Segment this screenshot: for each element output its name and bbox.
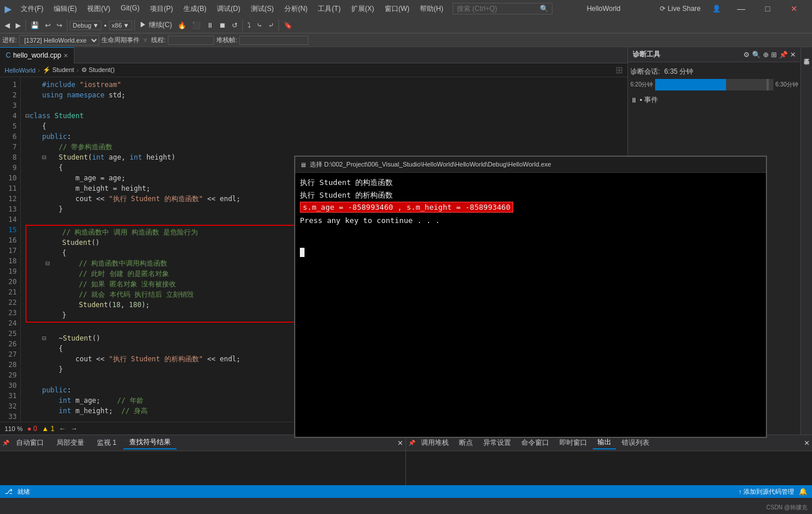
toolbar-debug-1[interactable]: ⬛ bbox=[190, 20, 203, 31]
close-button[interactable]: ✕ bbox=[781, 0, 807, 17]
line-num: 12 bbox=[0, 194, 17, 204]
step-over[interactable]: ⤵ bbox=[245, 20, 253, 31]
toolbar-back[interactable]: ◀ bbox=[2, 20, 12, 31]
editor-expand-icon[interactable]: ⊞ bbox=[615, 65, 623, 75]
search-diag-icon[interactable]: 🔍 bbox=[752, 51, 761, 59]
more-icon[interactable]: ⊞ bbox=[771, 51, 777, 59]
search-icon: 🔍 bbox=[540, 5, 548, 13]
tab-close-button[interactable]: ✕ bbox=[63, 52, 68, 59]
toolbar-undo[interactable]: ↩ bbox=[43, 20, 53, 31]
bottom-tab-locals[interactable]: 局部变量 bbox=[51, 437, 90, 449]
console-window-icon: 🖥 bbox=[300, 161, 306, 168]
close-diag-icon[interactable]: ✕ bbox=[790, 51, 796, 59]
notification-icon[interactable]: 🔔 bbox=[799, 487, 807, 496]
hot-reload-icon[interactable]: 🔥 bbox=[175, 20, 189, 31]
zoom-in-icon[interactable]: ⊕ bbox=[763, 51, 769, 59]
platform-dropdown[interactable]: x86 ▼ bbox=[109, 21, 133, 30]
toolbar-restart[interactable]: ↺ bbox=[230, 20, 240, 31]
thread-input[interactable] bbox=[168, 36, 214, 45]
diagnostics-header: 诊断工具 ⚙ 🔍 ⊕ ⊞ 📌 ✕ bbox=[628, 47, 800, 62]
menu-analyze[interactable]: 分析(N) bbox=[280, 3, 313, 15]
timeline-bar bbox=[655, 79, 773, 90]
settings-icon[interactable]: ⚙ bbox=[743, 51, 750, 59]
restore-button[interactable]: □ bbox=[754, 0, 781, 17]
process-label: 进程: bbox=[2, 36, 17, 44]
bottom-tab-errorlist[interactable]: 错误列表 bbox=[617, 437, 654, 449]
line-num: 23 bbox=[0, 308, 17, 318]
chevron-down-icon: ▼ bbox=[92, 22, 99, 29]
debug-config-dropdown[interactable]: Debug ▼ bbox=[70, 21, 102, 30]
bottom-right-content bbox=[406, 451, 812, 485]
bottom-tab-exceptions[interactable]: 异常设置 bbox=[479, 437, 516, 449]
breadcrumb-sep-1: › bbox=[38, 66, 40, 74]
tab-hello-world-cpp[interactable]: C hello_world.cpp ✕ bbox=[0, 47, 74, 63]
status-bar: ⎇ 就绪 ↑ 添加到源代码管理 🔔 bbox=[0, 485, 812, 498]
bottom-area: 📌 自动窗口 局部变量 监视 1 查找符号结果 ✕ 📌 调用堆栈 断点 异常设置 bbox=[0, 434, 812, 485]
pin-icon[interactable]: 📌 bbox=[779, 51, 788, 59]
menu-help[interactable]: 帮助(H) bbox=[415, 3, 448, 15]
process-select[interactable]: [1372] HelloWorld.exe bbox=[19, 35, 99, 46]
separator-3 bbox=[134, 20, 135, 31]
right-tab-1[interactable]: 诊断工具 bbox=[802, 50, 812, 59]
toolbar-debug-3[interactable]: ⏹ bbox=[217, 20, 228, 31]
line-num: 15 bbox=[0, 225, 17, 235]
toolbar-debug-2[interactable]: ⏸ bbox=[204, 20, 216, 31]
bottom-tab-immediate[interactable]: 即时窗口 bbox=[555, 437, 592, 449]
search-input[interactable] bbox=[457, 5, 537, 13]
step-out[interactable]: ⤶ bbox=[266, 20, 276, 31]
step-into[interactable]: ⤷ bbox=[254, 20, 265, 31]
add-source-control[interactable]: ↑ 添加到源代码管理 bbox=[738, 487, 794, 496]
bottom-tab-command[interactable]: 命令窗口 bbox=[517, 437, 554, 449]
line-num: 17 bbox=[0, 245, 17, 256]
profile-icon[interactable]: 👤 bbox=[710, 5, 723, 13]
bottom-right-close[interactable]: ✕ bbox=[804, 439, 810, 447]
bottom-tab-breakpoints[interactable]: 断点 bbox=[454, 437, 478, 449]
menu-view[interactable]: 视图(V) bbox=[82, 3, 115, 15]
menu-git[interactable]: Git(G) bbox=[116, 3, 144, 15]
menu-file[interactable]: 文件(F) bbox=[16, 3, 48, 15]
line-num: 19 bbox=[0, 266, 17, 277]
menu-test[interactable]: 测试(S) bbox=[246, 3, 279, 15]
line-num: 3 bbox=[0, 100, 17, 111]
console-body[interactable]: 执行 Student 的构造函数 执行 Student 的析构函数 s.m_ag… bbox=[295, 173, 766, 437]
toolbar-forward[interactable]: ▶ bbox=[13, 20, 23, 31]
console-line-4: Press any key to continue . . . bbox=[300, 216, 761, 225]
minimize-button[interactable]: — bbox=[728, 0, 754, 17]
code-line-3 bbox=[25, 100, 623, 111]
line-num: 5 bbox=[0, 121, 17, 131]
bottom-tab-output[interactable]: 输出 bbox=[593, 436, 616, 449]
toolbar-save[interactable]: 💾 bbox=[28, 20, 42, 31]
line-num: 32 bbox=[0, 401, 17, 411]
bottom-right-pin-icon: 📌 bbox=[408, 440, 415, 446]
continue-button[interactable]: ▶ 继续(C) bbox=[137, 19, 174, 31]
bottom-right-panel: 📌 调用堆栈 断点 异常设置 命令窗口 即时窗口 输出 错误列表 ✕ bbox=[406, 435, 812, 485]
line-num: 30 bbox=[0, 380, 17, 391]
stack-input[interactable] bbox=[239, 36, 309, 45]
nav-forward-button[interactable]: → bbox=[70, 425, 77, 433]
live-share-button[interactable]: ⟳ Live Share bbox=[655, 5, 705, 13]
bottom-tab-find-symbol[interactable]: 查找符号结果 bbox=[123, 436, 176, 449]
menu-build[interactable]: 生成(B) bbox=[179, 3, 211, 15]
bottom-tab-auto[interactable]: 自动窗口 bbox=[10, 437, 50, 449]
breadcrumb-sep-2: › bbox=[77, 66, 79, 74]
bottom-tab-callstack[interactable]: 调用堆栈 bbox=[416, 437, 453, 449]
separator-4 bbox=[242, 20, 243, 31]
toolbar-redo[interactable]: ↪ bbox=[54, 20, 65, 31]
search-box[interactable]: 🔍 bbox=[453, 3, 552, 14]
bottom-tab-watch[interactable]: 监视 1 bbox=[91, 437, 122, 449]
menu-debug[interactable]: 调试(D) bbox=[212, 3, 245, 15]
title-bar: ▶ 文件(F) 编辑(E) 视图(V) Git(G) 项目(P) 生成(B) 调… bbox=[0, 0, 812, 17]
breadcrumb-class: ⚡ Student bbox=[43, 66, 74, 74]
bookmark-icon[interactable]: 🔖 bbox=[281, 20, 295, 31]
pause-icon[interactable]: ⏸ bbox=[630, 96, 637, 104]
menu-tools[interactable]: 工具(T) bbox=[313, 3, 345, 15]
menu-extensions[interactable]: 扩展(X) bbox=[347, 3, 379, 15]
events-section: ⏸ ▪ 事件 bbox=[630, 95, 798, 105]
zoom-level[interactable]: 110 % bbox=[5, 425, 22, 432]
menu-edit[interactable]: 编辑(E) bbox=[49, 3, 81, 15]
menu-window[interactable]: 窗口(W) bbox=[380, 3, 414, 15]
nav-back-button[interactable]: ← bbox=[59, 425, 66, 433]
bottom-left-close[interactable]: ✕ bbox=[397, 439, 403, 447]
menu-project[interactable]: 项目(P) bbox=[145, 3, 178, 15]
ready-status: 就绪 bbox=[17, 487, 30, 496]
